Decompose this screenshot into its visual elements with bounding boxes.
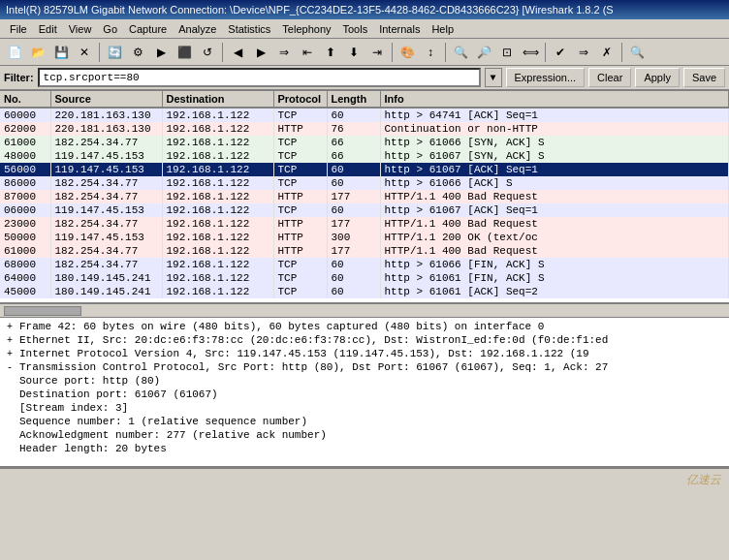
cell-proto: TCP xyxy=(273,149,327,163)
menu-telephony[interactable]: Telephony xyxy=(276,22,336,36)
menu-analyze[interactable]: Analyze xyxy=(173,22,222,36)
toolbar-sep-4 xyxy=(445,43,446,62)
reload-button[interactable]: 🔄 xyxy=(104,42,125,63)
apply-filter-button[interactable]: ⇒ xyxy=(573,42,594,63)
cell-len: 60 xyxy=(327,271,380,285)
cell-dst: 192.168.1.122 xyxy=(162,149,273,163)
cell-src: 119.147.45.153 xyxy=(50,149,162,163)
col-header-no: No. xyxy=(0,91,50,108)
menu-tools[interactable]: Tools xyxy=(337,22,374,36)
detail-section-text: Frame 42: 60 bytes on wire (480 bits), 6… xyxy=(19,321,544,332)
detail-section-tcp[interactable]: -Transmission Control Protocol, Src Port… xyxy=(4,360,725,374)
packet-table[interactable]: No. Source Destination Protocol Length I… xyxy=(0,91,729,304)
stop-button[interactable]: ⬛ xyxy=(174,42,195,63)
start-button[interactable]: ▶ xyxy=(150,42,172,63)
detail-section-frame[interactable]: +Frame 42: 60 bytes on wire (480 bits), … xyxy=(4,320,725,333)
table-row[interactable]: 06000119.147.45.153192.168.1.122TCP60htt… xyxy=(0,203,729,217)
table-row[interactable]: 50000119.147.45.153192.168.1.122HTTP300H… xyxy=(0,231,729,244)
find-button[interactable]: 🔍 xyxy=(626,42,648,63)
filter-dropdown-button[interactable]: ▼ xyxy=(485,68,502,87)
cell-dst: 192.168.1.122 xyxy=(162,163,273,176)
menu-edit[interactable]: Edit xyxy=(33,22,63,36)
back-button[interactable]: ◀ xyxy=(227,42,248,63)
table-row[interactable]: 60000220.181.163.130192.168.1.122TCP60ht… xyxy=(0,108,729,122)
menu-help[interactable]: Help xyxy=(426,22,460,36)
filter-input[interactable] xyxy=(38,68,481,87)
forward-button[interactable]: ▶ xyxy=(250,42,271,63)
menu-view[interactable]: View xyxy=(63,22,98,36)
cell-dst: 192.168.1.122 xyxy=(162,217,273,231)
filter-label: Filter: xyxy=(4,72,34,83)
table-row[interactable]: 48000119.147.45.153192.168.1.122TCP66htt… xyxy=(0,149,729,163)
horizontal-scrollbar[interactable] xyxy=(0,304,729,318)
cell-info: HTTP/1.1 200 OK (text/oc xyxy=(380,231,729,244)
save-button[interactable]: 💾 xyxy=(50,42,72,63)
open-button[interactable]: 📂 xyxy=(27,42,48,63)
table-row[interactable]: 86000182.254.34.77192.168.1.122TCP60http… xyxy=(0,176,729,190)
toolbar-sep-2 xyxy=(222,43,223,62)
detail-section-ip[interactable]: +Internet Protocol Version 4, Src: 119.1… xyxy=(4,347,725,360)
capture-options-button[interactable]: ⚙ xyxy=(127,42,148,63)
menu-statistics[interactable]: Statistics xyxy=(222,22,276,36)
resize-columns-button[interactable]: ⟺ xyxy=(520,42,541,63)
prev-button[interactable]: ⬆ xyxy=(320,42,341,63)
zoom-normal-button[interactable]: ⊡ xyxy=(496,42,518,63)
tcp-detail-text: Header length: 20 bytes xyxy=(19,443,167,454)
next-button[interactable]: ⬇ xyxy=(343,42,364,63)
last-button[interactable]: ⇥ xyxy=(366,42,388,63)
col-header-destination: Destination xyxy=(162,91,273,108)
table-row[interactable]: 87000182.254.34.77192.168.1.122HTTP177HT… xyxy=(0,190,729,203)
cell-src: 119.147.45.153 xyxy=(50,163,162,176)
table-row[interactable]: 64000180.149.145.241192.168.1.122TCP60ht… xyxy=(0,271,729,285)
tcp-detail-line: [Stream index: 3] xyxy=(4,401,725,415)
detail-section-ethernet[interactable]: +Ethernet II, Src: 20:dc:e6:f3:78:cc (20… xyxy=(4,333,725,347)
col-header-source: Source xyxy=(50,91,162,108)
table-row[interactable]: 68000182.254.34.77192.168.1.122TCP60http… xyxy=(0,258,729,271)
toolbar: 📄 📂 💾 ✕ 🔄 ⚙ ▶ ⬛ ↺ ◀ ▶ ⇒ ⇤ ⬆ ⬇ ⇥ 🎨 ↕ 🔍 🔎 … xyxy=(0,39,729,66)
cell-src: 119.147.45.153 xyxy=(50,203,162,217)
cell-no: 68000 xyxy=(0,258,50,271)
menu-capture[interactable]: Capture xyxy=(123,22,173,36)
expression-button[interactable]: Expression... xyxy=(506,68,586,87)
close-button[interactable]: ✕ xyxy=(74,42,95,63)
cell-len: 60 xyxy=(327,163,380,176)
detail-panel[interactable]: +Frame 42: 60 bytes on wire (480 bits), … xyxy=(0,318,729,468)
detail-sections: +Frame 42: 60 bytes on wire (480 bits), … xyxy=(4,320,725,455)
cell-dst: 192.168.1.122 xyxy=(162,258,273,271)
table-row[interactable]: 23000182.254.34.77192.168.1.122HTTP177HT… xyxy=(0,217,729,231)
new-capture-button[interactable]: 📄 xyxy=(4,42,25,63)
table-row[interactable]: 45000180.149.145.241192.168.1.122TCP60ht… xyxy=(0,285,729,298)
detail-section-text: Transmission Control Protocol, Src Port:… xyxy=(19,361,608,373)
goto-button[interactable]: ⇒ xyxy=(273,42,295,63)
cell-proto: HTTP xyxy=(273,217,327,231)
zoom-in-button[interactable]: 🔍 xyxy=(450,42,471,63)
cell-src: 182.254.34.77 xyxy=(50,244,162,258)
restart-button[interactable]: ↺ xyxy=(197,42,218,63)
toolbar-sep-1 xyxy=(99,43,100,62)
status-bar: 亿速云 xyxy=(0,468,729,491)
save-filter-button[interactable]: Save xyxy=(683,68,725,87)
autoscroll-button[interactable]: ↕ xyxy=(420,42,441,63)
table-row[interactable]: 56000119.147.45.153192.168.1.122TCP60htt… xyxy=(0,163,729,176)
table-row[interactable]: 61000182.254.34.77192.168.1.122HTTP177HT… xyxy=(0,244,729,258)
zoom-out-button[interactable]: 🔎 xyxy=(473,42,494,63)
cell-info: HTTP/1.1 400 Bad Request xyxy=(380,217,729,231)
apply-filter-button[interactable]: Apply xyxy=(635,68,680,87)
cell-src: 182.254.34.77 xyxy=(50,217,162,231)
menu-internals[interactable]: Internals xyxy=(373,22,426,36)
first-button[interactable]: ⇤ xyxy=(297,42,318,63)
menu-go[interactable]: Go xyxy=(97,22,123,36)
colorize-button[interactable]: 🎨 xyxy=(396,42,418,63)
cell-no: 64000 xyxy=(0,271,50,285)
table-row[interactable]: 61000182.254.34.77192.168.1.122TCP66http… xyxy=(0,136,729,149)
table-row[interactable]: 62000220.181.163.130192.168.1.122HTTP76C… xyxy=(0,122,729,136)
expand-icon: + xyxy=(4,322,16,332)
menu-file[interactable]: File xyxy=(4,22,33,36)
clear-filter-button[interactable]: ✗ xyxy=(596,42,618,63)
cell-len: 177 xyxy=(327,217,380,231)
toolbar-sep-6 xyxy=(621,43,622,62)
table-header-row: No. Source Destination Protocol Length I… xyxy=(0,91,729,108)
cell-proto: TCP xyxy=(273,136,327,149)
check-filter-button[interactable]: ✔ xyxy=(550,42,571,63)
clear-filter-button[interactable]: Clear xyxy=(588,68,631,87)
